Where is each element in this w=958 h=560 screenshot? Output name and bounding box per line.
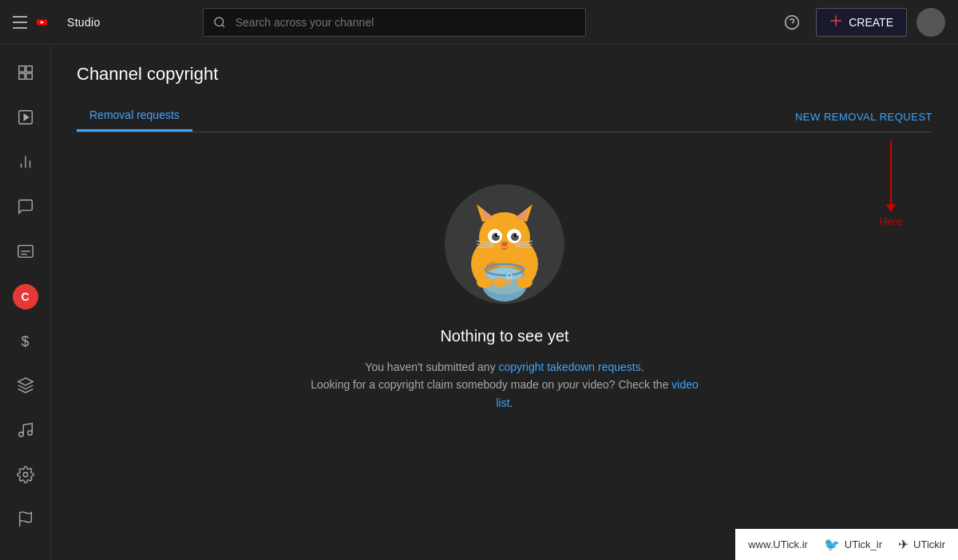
telegram-text: UTickir (913, 538, 945, 550)
sidebar-item-content[interactable] (0, 96, 50, 140)
svg-point-2 (215, 18, 224, 26)
search-input[interactable] (236, 9, 585, 36)
svg-point-21 (27, 430, 32, 435)
svg-rect-11 (26, 73, 31, 78)
header: Studio CREATE (0, 0, 958, 45)
sidebar-item-dashboard[interactable] (0, 51, 50, 96)
svg-point-22 (23, 472, 28, 477)
content-icon (17, 108, 34, 128)
arrow-line (890, 140, 892, 204)
audio-icon (17, 421, 34, 441)
telegram-icon: ✈ (898, 537, 909, 552)
sidebar-item-settings[interactable] (0, 453, 50, 498)
subtitles-icon (17, 243, 34, 262)
watermark-website: www.UTick.ir (748, 538, 808, 550)
analytics-icon (17, 153, 34, 173)
sidebar-item-audio[interactable] (0, 408, 50, 453)
empty-desc-text3: video? Check the (579, 378, 671, 391)
svg-rect-8 (18, 65, 24, 71)
tabs-bar: Removal requests NEW REMOVAL REQUEST (77, 101, 932, 132)
empty-desc-text2: Looking for a copyright claim somebody m… (311, 378, 557, 391)
comments-icon (17, 198, 34, 218)
empty-state: Nothing to see yet You haven't submitted… (77, 132, 932, 444)
tab-removal-requests[interactable]: Removal requests (77, 101, 192, 132)
studio-label: Studio (67, 16, 101, 29)
website-text: www.UTick.ir (748, 538, 808, 550)
copyright-takedown-link[interactable]: copyright takedown requests (499, 361, 641, 373)
sidebar-item-subtitles[interactable] (0, 230, 50, 274)
sidebar-item-customize[interactable] (0, 364, 50, 408)
watermark-telegram: ✈ UTickir (898, 537, 945, 552)
create-button[interactable]: CREATE (816, 8, 907, 37)
watermark-banner: www.UTick.ir 🐦 UTick_ir ✈ UTickir (735, 529, 958, 560)
svg-rect-10 (18, 73, 24, 78)
feedback-icon (17, 511, 34, 530)
empty-state-description: You haven't submitted any copyright take… (305, 358, 704, 412)
twitter-icon: 🐦 (824, 537, 840, 552)
main-layout: C $ (0, 45, 958, 560)
arrow-annotation: Here (880, 140, 902, 227)
svg-rect-9 (26, 65, 31, 71)
svg-point-56 (517, 277, 532, 288)
svg-point-39 (501, 242, 508, 246)
new-removal-request-button[interactable]: NEW REMOVAL REQUEST (795, 110, 932, 122)
dashboard-icon (17, 64, 34, 84)
search-icon (204, 16, 236, 29)
watermark-twitter: 🐦 UTick_ir (824, 537, 882, 552)
header-right: CREATE (778, 8, 945, 37)
earn-icon: $ (21, 334, 29, 349)
copyright-avatar: C (13, 284, 38, 310)
sidebar: C $ (0, 45, 51, 560)
twitter-text: UTick_ir (845, 538, 882, 550)
create-label: CREATE (849, 16, 893, 29)
page-title: Channel copyright (77, 64, 932, 85)
empty-desc-text1: You haven't submitted any (365, 361, 498, 373)
svg-point-38 (517, 234, 519, 236)
empty-desc-period2: . (510, 396, 513, 409)
sidebar-item-analytics[interactable] (0, 140, 50, 185)
arrow-head (886, 204, 896, 212)
cat-illustration (441, 180, 568, 308)
create-plus-icon (829, 14, 842, 30)
youtube-icon (37, 14, 62, 31)
svg-point-20 (18, 432, 23, 436)
svg-point-37 (497, 234, 500, 236)
avatar-image (916, 8, 945, 37)
sidebar-item-earn[interactable]: $ (0, 319, 50, 364)
header-left: Studio (13, 14, 101, 31)
help-button[interactable] (778, 8, 806, 37)
sidebar-item-comments[interactable] (0, 185, 50, 230)
svg-line-3 (222, 25, 224, 27)
logo[interactable]: Studio (37, 14, 101, 31)
svg-point-52 (493, 278, 507, 287)
svg-marker-13 (24, 114, 29, 120)
hamburger-menu[interactable] (13, 16, 27, 29)
sidebar-item-copyright[interactable]: C (0, 274, 50, 319)
customize-icon (17, 377, 34, 396)
svg-rect-7 (831, 20, 841, 21)
empty-state-title: Nothing to see yet (440, 327, 568, 345)
avatar[interactable] (916, 8, 945, 37)
arrow-label: Here (880, 215, 902, 227)
search-bar (203, 8, 586, 37)
empty-desc-italic: your (557, 378, 579, 391)
empty-desc-period1: . (641, 361, 644, 373)
settings-icon (17, 466, 34, 486)
svg-point-55 (477, 277, 493, 288)
page-content: Channel copyright Removal requests NEW R… (51, 45, 958, 560)
sidebar-item-feedback[interactable] (0, 498, 50, 542)
